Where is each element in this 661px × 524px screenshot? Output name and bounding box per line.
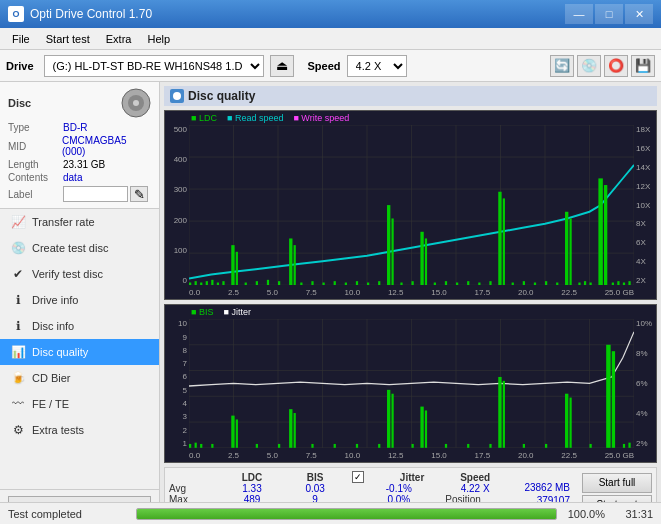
svg-rect-50 <box>425 238 427 285</box>
length-val: 23.31 GB <box>63 159 105 170</box>
progress-percentage: 100.0% <box>565 508 605 520</box>
svg-rect-22 <box>189 283 191 286</box>
svg-rect-38 <box>311 281 313 285</box>
nav-verify-test-disc[interactable]: ✔ Verify test disc <box>0 261 159 287</box>
toolbar-btn-3[interactable]: ⭕ <box>604 55 628 77</box>
svg-rect-100 <box>278 444 280 448</box>
jitter-checkbox[interactable]: ✓ <box>352 471 364 483</box>
svg-rect-59 <box>512 283 514 286</box>
label-input[interactable] <box>63 186 128 202</box>
legend-ldc: ■ LDC <box>191 113 217 123</box>
svg-rect-58 <box>503 198 505 285</box>
menu-help[interactable]: Help <box>139 31 178 47</box>
svg-rect-74 <box>628 281 630 285</box>
svg-rect-108 <box>391 394 393 448</box>
speed-header: Speed <box>445 471 505 483</box>
legend-write-speed: ■ Write speed <box>293 113 349 123</box>
bottom-chart-svg <box>189 319 634 448</box>
x-axis-bottom: 0.0 2.5 5.0 7.5 10.0 12.5 15.0 17.5 20.0… <box>189 451 634 460</box>
svg-rect-111 <box>425 411 427 448</box>
main-area: Disc Type BD-R MID CMCMAGBA5 (000) <box>0 82 661 524</box>
y-axis-right-top: 18X 16X 14X 12X 10X 8X 6X 4X 2X <box>634 125 656 285</box>
svg-rect-33 <box>267 280 269 285</box>
nav-label-verify-test-disc: Verify test disc <box>32 268 103 280</box>
svg-rect-42 <box>356 281 358 285</box>
x-axis-top: 0.0 2.5 5.0 7.5 10.0 12.5 15.0 17.5 20.0… <box>189 288 634 297</box>
drive-select[interactable]: (G:) HL-DT-ST BD-RE WH16NS48 1.D3 <box>44 55 264 77</box>
avg-speed: 4.22 X <box>445 483 505 494</box>
status-time: 31:31 <box>613 508 653 520</box>
maximize-button[interactable]: □ <box>595 4 623 24</box>
drive-info-icon: ℹ <box>10 292 26 308</box>
create-test-disc-icon: 💿 <box>10 240 26 256</box>
nav-label-disc-info: Disc info <box>32 320 74 332</box>
progress-bar <box>136 508 557 520</box>
svg-point-3 <box>173 92 181 100</box>
svg-rect-34 <box>278 281 280 285</box>
svg-rect-95 <box>200 444 202 448</box>
close-button[interactable]: ✕ <box>625 4 653 24</box>
svg-rect-73 <box>623 283 625 286</box>
svg-rect-56 <box>489 281 491 285</box>
nav-label-fe-te: FE / TE <box>32 398 69 410</box>
legend-jitter: ■ Jitter <box>223 307 250 317</box>
svg-rect-103 <box>311 444 313 448</box>
contents-val: data <box>63 172 82 183</box>
mid-key: MID <box>8 141 62 152</box>
nav-disc-quality[interactable]: 📊 Disc quality <box>0 339 159 365</box>
position-val: 23862 MB <box>524 482 570 493</box>
menu-extra[interactable]: Extra <box>98 31 140 47</box>
svg-rect-70 <box>604 185 607 285</box>
minimize-button[interactable]: — <box>565 4 593 24</box>
nav-label-cd-bier: CD Bier <box>32 372 71 384</box>
disc-quality-icon: 📊 <box>10 344 26 360</box>
progress-bar-fill <box>137 509 556 519</box>
chart-header: Disc quality <box>164 86 657 106</box>
svg-rect-93 <box>189 444 191 448</box>
nav-disc-info[interactable]: ℹ Disc info <box>0 313 159 339</box>
svg-rect-55 <box>478 283 480 286</box>
svg-rect-102 <box>294 413 296 448</box>
y-axis-right-bottom: 10% 8% 6% 4% 2% <box>634 319 656 448</box>
eject-button[interactable]: ⏏ <box>270 55 294 77</box>
type-val: BD-R <box>63 122 87 133</box>
nav-create-test-disc[interactable]: 💿 Create test disc <box>0 235 159 261</box>
svg-rect-110 <box>420 407 423 448</box>
speed-select[interactable]: 4.2 X <box>347 55 407 77</box>
menu-file[interactable]: File <box>4 31 38 47</box>
toolbar-btn-2[interactable]: 💿 <box>577 55 601 77</box>
svg-rect-117 <box>523 444 525 448</box>
svg-rect-124 <box>623 444 625 448</box>
nav-fe-te[interactable]: 〰 FE / TE <box>0 391 159 417</box>
nav-transfer-rate[interactable]: 📈 Transfer rate <box>0 209 159 235</box>
top-chart-panel: ■ LDC ■ Read speed ■ Write speed 500 400… <box>164 110 657 300</box>
nav-cd-bier[interactable]: 🍺 CD Bier <box>0 365 159 391</box>
svg-rect-125 <box>628 443 630 448</box>
app-icon: O <box>8 6 24 22</box>
avg-jitter: -0.1% <box>352 483 445 494</box>
svg-rect-64 <box>565 212 568 285</box>
label-edit-button[interactable]: ✎ <box>130 186 148 202</box>
svg-rect-106 <box>378 444 380 448</box>
svg-rect-35 <box>289 238 292 285</box>
menu-start-test[interactable]: Start test <box>38 31 98 47</box>
toolbar-btn-1[interactable]: 🔄 <box>550 55 574 77</box>
disc-panel-title: Disc <box>8 97 31 109</box>
svg-rect-113 <box>467 444 469 448</box>
svg-rect-52 <box>445 281 447 285</box>
type-key: Type <box>8 122 63 133</box>
svg-rect-45 <box>387 205 390 285</box>
label-key: Label <box>8 189 63 200</box>
svg-rect-37 <box>300 283 302 286</box>
toolbar-btn-4[interactable]: 💾 <box>631 55 655 77</box>
sidebar: Disc Type BD-R MID CMCMAGBA5 (000) <box>0 82 160 524</box>
nav-drive-info[interactable]: ℹ Drive info <box>0 287 159 313</box>
avg-label: Avg <box>169 483 215 494</box>
bis-header: BIS <box>289 471 342 483</box>
start-full-button[interactable]: Start full <box>582 473 652 493</box>
y-axis-left-top: 500 400 300 200 100 0 <box>165 125 189 285</box>
svg-rect-120 <box>569 398 571 448</box>
svg-rect-122 <box>606 345 610 448</box>
jitter-header: Jitter <box>379 471 445 483</box>
nav-extra-tests[interactable]: ⚙ Extra tests <box>0 417 159 443</box>
